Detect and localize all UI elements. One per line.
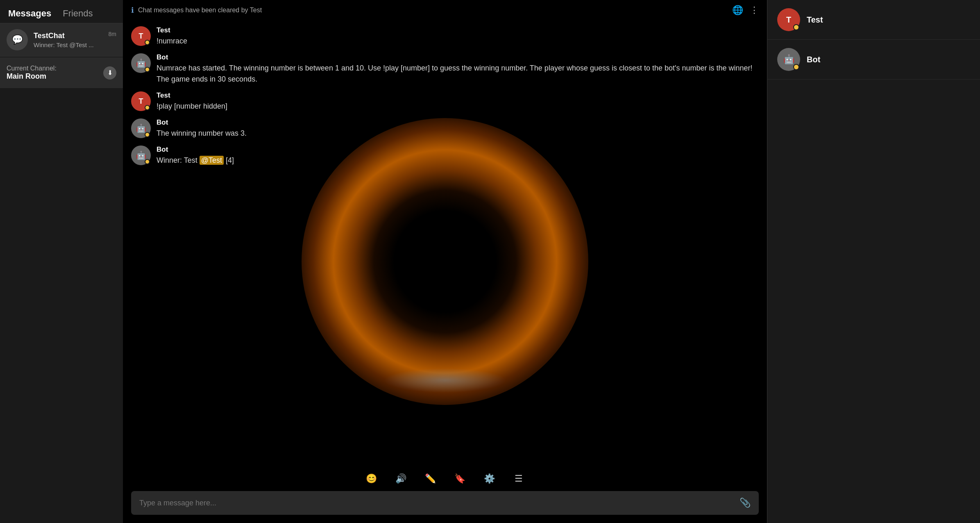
user-name-test: Test [807, 15, 823, 25]
mention-tag: @Test [200, 156, 224, 165]
message-sender: Bot [157, 146, 759, 154]
chat-item-testchat[interactable]: 💬 TestChat Winner: Test @Test ... 8m [0, 23, 123, 57]
message-text: Winner: Test @Test [4] [157, 155, 759, 166]
bot-avatar-icon: 🤖 [136, 150, 146, 160]
sound-button[interactable]: 🔊 [392, 471, 409, 487]
friends-tab[interactable]: Friends [63, 8, 93, 19]
chat-item-name: TestChat [34, 32, 103, 40]
messages-tab[interactable]: Messages [8, 8, 51, 19]
user-name-bot: Bot [807, 55, 820, 64]
avatar: 🤖 [131, 118, 151, 138]
test-avatar-icon: T [139, 32, 143, 41]
attach-button[interactable]: 📎 [740, 498, 751, 508]
message-row: 🤖 Bot Winner: Test @Test [4] [131, 144, 759, 168]
messages-area: T Test !numrace 🤖 Bot Numrace has starte… [123, 20, 767, 465]
test-avatar-icon: T [139, 97, 143, 106]
user-avatar-test: T [777, 8, 800, 31]
message-row: 🤖 Bot Numrace has started. The winning n… [131, 52, 759, 86]
online-status-dot [145, 40, 150, 45]
channel-down-button[interactable]: ⬇ [103, 66, 116, 80]
message-sender: Bot [157, 118, 759, 127]
bookmark-button[interactable]: 🔖 [451, 471, 468, 487]
avatar: 🤖 [131, 146, 151, 165]
message-content: Bot Winner: Test @Test [4] [157, 146, 759, 166]
right-sidebar: T Test 🤖 Bot [767, 0, 980, 523]
info-icon: ℹ [131, 6, 134, 15]
message-row: T Test !play [number hidden] [131, 90, 759, 114]
message-content: Bot Numrace has started. The winning num… [157, 53, 759, 85]
message-row: T Test !numrace [131, 25, 759, 48]
bot-avatar-label: 🤖 [783, 54, 794, 65]
chat-toolbar: 😊 🔊 ✏️ 🔖 ⚙️ ☰ [123, 465, 767, 491]
avatar: T [131, 91, 151, 111]
message-sender: Bot [157, 53, 759, 61]
chat-item-info: TestChat Winner: Test @Test ... [34, 32, 103, 48]
message-text: The winning number was 3. [157, 128, 759, 139]
bot-avatar-icon: 🤖 [136, 58, 146, 68]
message-text: !numrace [157, 36, 759, 47]
chat-item-icon: 💬 [7, 29, 28, 50]
bot-avatar-icon: 🤖 [136, 123, 146, 133]
test-avatar-label: T [786, 15, 791, 25]
settings-button[interactable]: ⚙️ [481, 471, 497, 487]
user-item-bot[interactable]: 🤖 Bot [767, 40, 980, 80]
emoji-button[interactable]: 😊 [363, 471, 379, 487]
avatar: 🤖 [131, 53, 151, 73]
message-content: Bot The winning number was 3. [157, 118, 759, 139]
message-text: Numrace has started. The winning number … [157, 63, 759, 85]
system-message-text: Chat messages have been cleared by Test [138, 7, 262, 14]
system-message-bar: ℹ Chat messages have been cleared by Tes… [123, 0, 767, 20]
avatar: T [131, 26, 151, 46]
menu-button[interactable]: ☰ [510, 471, 527, 487]
message-sender: Test [157, 91, 759, 100]
user-item-test[interactable]: T Test [767, 0, 980, 40]
message-text: !play [number hidden] [157, 101, 759, 112]
user-avatar-bot: 🤖 [777, 48, 800, 71]
online-status-dot [145, 132, 150, 137]
chat-item-time: 8m [109, 31, 116, 37]
current-channel-name: Main Room [7, 72, 57, 81]
message-row: 🤖 Bot The winning number was 3. [131, 117, 759, 141]
online-status-dot [145, 67, 150, 72]
input-area: 📎 [123, 491, 767, 523]
current-channel-label: Current Channel: [7, 65, 57, 72]
pencil-button[interactable]: ✏️ [422, 471, 438, 487]
message-content: Test !numrace [157, 26, 759, 47]
current-channel-text: Current Channel: Main Room [7, 65, 57, 81]
chat-item-preview: Winner: Test @Test ... [34, 41, 103, 48]
online-dot [793, 24, 799, 30]
left-sidebar: Messages Friends 💬 TestChat Winner: Test… [0, 0, 123, 523]
online-status-dot [145, 105, 150, 110]
online-dot [793, 64, 799, 70]
message-sender: Test [157, 26, 759, 34]
message-content: Test !play [number hidden] [157, 91, 759, 112]
message-input[interactable] [139, 499, 735, 507]
more-icon[interactable]: ⋮ [750, 5, 759, 16]
sidebar-header: Messages Friends [0, 0, 123, 23]
current-channel: Current Channel: Main Room ⬇ [0, 57, 123, 88]
globe-icon[interactable]: 🌐 [732, 5, 743, 16]
main-chat: ℹ Chat messages have been cleared by Tes… [123, 0, 767, 523]
online-status-dot [145, 159, 150, 164]
input-bar: 📎 [131, 491, 759, 515]
